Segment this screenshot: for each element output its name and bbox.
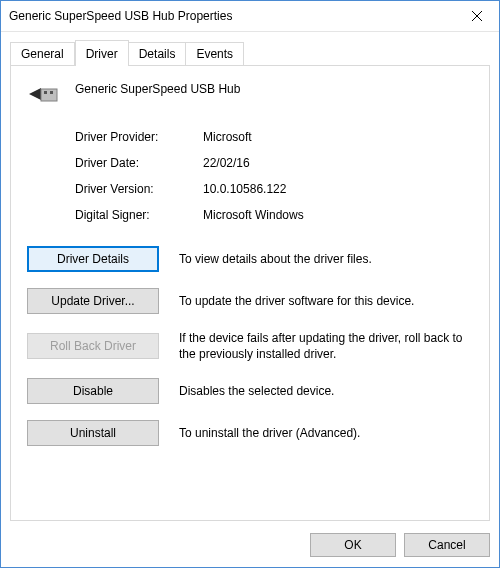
driver-version-label: Driver Version: (75, 182, 195, 196)
driver-date-value: 22/02/16 (203, 156, 473, 170)
driver-version-value: 10.0.10586.122 (203, 182, 473, 196)
svg-rect-2 (41, 89, 57, 101)
roll-back-driver-desc: If the device fails after updating the d… (179, 330, 473, 362)
driver-info: Driver Provider: Microsoft Driver Date: … (75, 130, 473, 222)
device-header: Generic SuperSpeed USB Hub (27, 80, 473, 110)
driver-provider-value: Microsoft (203, 130, 473, 144)
window-title: Generic SuperSpeed USB Hub Properties (9, 9, 455, 23)
device-name: Generic SuperSpeed USB Hub (75, 80, 240, 96)
uninstall-desc: To uninstall the driver (Advanced). (179, 425, 473, 441)
cancel-button[interactable]: Cancel (404, 533, 490, 557)
titlebar: Generic SuperSpeed USB Hub Properties (1, 1, 499, 32)
driver-details-desc: To view details about the driver files. (179, 251, 473, 267)
roll-back-driver-button: Roll Back Driver (27, 333, 159, 359)
actions: Driver Details To view details about the… (27, 246, 473, 446)
svg-rect-3 (44, 91, 47, 94)
driver-date-label: Driver Date: (75, 156, 195, 170)
dialog-buttons: OK Cancel (10, 521, 490, 557)
tab-driver[interactable]: Driver (75, 40, 129, 66)
uninstall-button[interactable]: Uninstall (27, 420, 159, 446)
digital-signer-label: Digital Signer: (75, 208, 195, 222)
close-icon (472, 11, 482, 21)
digital-signer-value: Microsoft Windows (203, 208, 473, 222)
usb-plug-icon (27, 80, 61, 110)
tab-general[interactable]: General (10, 42, 75, 65)
client-area: General Driver Details Events Generic Su… (1, 32, 499, 567)
tabstrip: General Driver Details Events (10, 40, 490, 65)
update-driver-button[interactable]: Update Driver... (27, 288, 159, 314)
driver-details-button[interactable]: Driver Details (27, 246, 159, 272)
update-driver-desc: To update the driver software for this d… (179, 293, 473, 309)
ok-button[interactable]: OK (310, 533, 396, 557)
tabpanel-driver: Generic SuperSpeed USB Hub Driver Provid… (10, 65, 490, 521)
tab-events[interactable]: Events (186, 42, 244, 65)
disable-button[interactable]: Disable (27, 378, 159, 404)
close-button[interactable] (455, 1, 499, 31)
driver-provider-label: Driver Provider: (75, 130, 195, 144)
svg-rect-4 (50, 91, 53, 94)
tab-details[interactable]: Details (129, 42, 187, 65)
properties-dialog: Generic SuperSpeed USB Hub Properties Ge… (0, 0, 500, 568)
disable-desc: Disables the selected device. (179, 383, 473, 399)
